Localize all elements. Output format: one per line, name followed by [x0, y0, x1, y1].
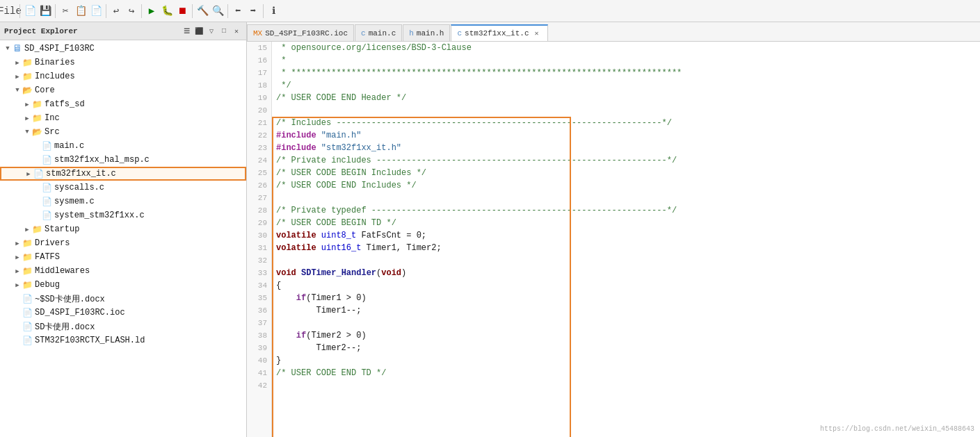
file-ssd-docx-icon: 📄 [22, 294, 33, 304]
sync-icon[interactable]: ⬛ [193, 26, 204, 37]
tab-ioc-label: SD_4SPI_F103RC.ioc [265, 29, 348, 38]
tree-item-drivers[interactable]: ▶ 📁 Drivers [0, 236, 246, 250]
line-num-19: 19 [247, 92, 267, 104]
next-icon[interactable]: ➡ [246, 4, 260, 18]
sep5 [192, 4, 193, 18]
editor-area: MX SD_4SPI_F103RC.ioc c main.c h main.h … [247, 22, 980, 437]
tree-item-system[interactable]: 📄 system_stm32f1xx.c [0, 208, 246, 222]
tab-close-icon[interactable]: ✕ [532, 28, 542, 38]
folder-debug-icon: 📁 [22, 280, 33, 290]
copy-icon[interactable]: 📋 [74, 4, 88, 18]
folder-mw-icon: 📁 [22, 266, 33, 277]
tree-item-root[interactable]: ▼ 🖥 SD_4SPI_F103RC [0, 42, 246, 56]
tree-arrow-fatfs: ▶ [13, 254, 22, 261]
folder-fatfs-icon: 📁 [32, 99, 42, 110]
tree-arrow-core: ▼ [13, 87, 22, 94]
tree-arrow-hal-msp [32, 156, 42, 163]
info-icon[interactable]: ℹ [266, 4, 280, 18]
tree-item-core[interactable]: ▼ 📂 Core [0, 83, 246, 97]
code-line-29: /* USER CODE BEGIN TD */ [276, 217, 980, 229]
line-num-32: 32 [247, 254, 267, 267]
line-num-18: 18 [247, 79, 267, 92]
code-line-20 [276, 104, 980, 117]
code-line-25: /* USER CODE BEGIN Includes */ [276, 167, 980, 179]
tab-main-c[interactable]: c main.c [355, 24, 402, 41]
paste-icon[interactable]: 📄 [89, 4, 103, 18]
view-menu-icon[interactable]: ▽ [206, 26, 217, 37]
tree-item-fatfs-sd[interactable]: ▶ 📁 fatfs_sd [0, 97, 246, 111]
tree-item-fatfs[interactable]: ▶ 📁 FATFS [0, 250, 246, 264]
line-num-30: 30 [247, 229, 267, 242]
line-num-22: 22 [247, 129, 267, 142]
minimize-icon[interactable]: □ [218, 26, 230, 37]
tree-item-ssd-docx[interactable]: 📄 ~$SD卡使用.docx [0, 292, 246, 306]
redo-icon[interactable]: ↪ [124, 4, 138, 18]
line-num-29: 29 [247, 217, 267, 229]
code-line-26: /* USER CODE END Includes */ [276, 179, 980, 192]
build-icon[interactable]: 🔨 [195, 4, 209, 18]
tree-arrow-ld [13, 337, 22, 344]
tab-stm32-it[interactable]: c stm32f1xx_it.c ✕ [451, 24, 547, 41]
tree-label-debug: Debug [35, 280, 60, 290]
tree-item-src[interactable]: ▼ 📂 Src [0, 125, 246, 139]
file-syscalls-icon: 📄 [42, 183, 52, 193]
file-menu-icon[interactable]: File [3, 4, 17, 18]
code-line-31: volatile uint16_t Timer1, Timer2; [276, 242, 980, 254]
line-num-35: 35 [247, 292, 267, 304]
tab-main-h[interactable]: h main.h [403, 24, 450, 41]
code-content[interactable]: * opensource.org/licenses/BSD-3-Clause *… [272, 42, 980, 437]
tree-item-includes[interactable]: ▶ 📁 Includes [0, 69, 246, 83]
tree-item-debug[interactable]: ▶ 📁 Debug [0, 278, 246, 292]
tree-arrow-syscalls [32, 184, 42, 191]
line-num-27: 27 [247, 192, 267, 204]
close-panel-icon[interactable]: ✕ [231, 26, 242, 37]
line-numbers: 15 16 17 18 19 20 21 22 23 24 25 26 27 2… [247, 42, 272, 437]
line-num-39: 39 [247, 342, 267, 354]
code-editor: 15 16 17 18 19 20 21 22 23 24 25 26 27 2… [247, 42, 980, 437]
folder-inc-icon: 📁 [32, 113, 42, 124]
file-ld-icon: 📄 [22, 336, 33, 346]
prev-icon[interactable]: ⬅ [231, 4, 245, 18]
code-line-21: /* Includes ----------------------------… [276, 117, 980, 129]
tree-item-startup[interactable]: ▶ 📁 Startup [0, 222, 246, 236]
run-icon[interactable]: ▶ [145, 4, 159, 18]
tree-item-syscalls[interactable]: 📄 syscalls.c [0, 181, 246, 195]
undo-icon[interactable]: ↩ [109, 4, 123, 18]
tab-stm32-it-icon: c [457, 29, 462, 38]
line-num-26: 26 [247, 179, 267, 192]
file-main-c-icon: 📄 [42, 141, 52, 151]
tab-main-h-icon: h [409, 29, 414, 38]
tree-item-ioc[interactable]: 📄 SD_4SPI_F103RC.ioc [0, 306, 246, 320]
tree-label-fatfs: FATFS [35, 252, 60, 262]
tree-item-main-c[interactable]: 📄 main.c [0, 139, 246, 153]
line-num-23: 23 [247, 142, 267, 154]
tree-item-sd-docx[interactable]: 📄 SD卡使用.docx [0, 320, 246, 333]
tree-arrow-startup: ▶ [22, 226, 32, 233]
debug-icon[interactable]: 🐛 [160, 4, 174, 18]
tree-item-hal-msp[interactable]: 📄 stm32f1xx_hal_msp.c [0, 153, 246, 167]
tab-ioc[interactable]: MX SD_4SPI_F103RC.ioc [247, 24, 354, 41]
new-icon[interactable]: 📄 [23, 4, 37, 18]
collapse-all-icon[interactable]: ☰ [181, 26, 192, 37]
tree-label-it-c: stm32f1xx_it.c [46, 169, 116, 179]
cut-icon[interactable]: ✂ [58, 4, 72, 18]
tree-label-main-c: main.c [54, 141, 84, 151]
tree-label-ld: STM32F103RCTX_FLASH.ld [35, 336, 145, 345]
sep4 [141, 4, 142, 18]
tree-item-middlewares[interactable]: ▶ 📁 Middlewares [0, 264, 246, 278]
stop-icon[interactable]: ⏹ [175, 4, 189, 18]
folder-drivers-icon: 📁 [22, 238, 33, 249]
tree-arrow-it-c: ▶ [24, 170, 33, 178]
folder-fatfs2-icon: 📁 [22, 252, 33, 263]
tree-item-sysmem[interactable]: 📄 sysmem.c [0, 195, 246, 208]
code-line-42 [276, 379, 980, 392]
save-icon[interactable]: 💾 [38, 4, 52, 18]
tree-item-it-c[interactable]: ▶ 📄 stm32f1xx_it.c [0, 167, 246, 181]
tree-item-ld[interactable]: 📄 STM32F103RCTX_FLASH.ld [0, 333, 246, 347]
search-icon[interactable]: 🔍 [211, 4, 225, 18]
tree-item-binaries[interactable]: ▶ 📁 Binaries [0, 56, 246, 69]
code-line-35: if(Timer1 > 0) [276, 292, 980, 304]
tree-item-inc[interactable]: ▶ 📁 Inc [0, 111, 246, 125]
code-line-23: #include "stm32f1xx_it.h" [276, 142, 980, 154]
tree-label-inc: Inc [45, 113, 60, 123]
